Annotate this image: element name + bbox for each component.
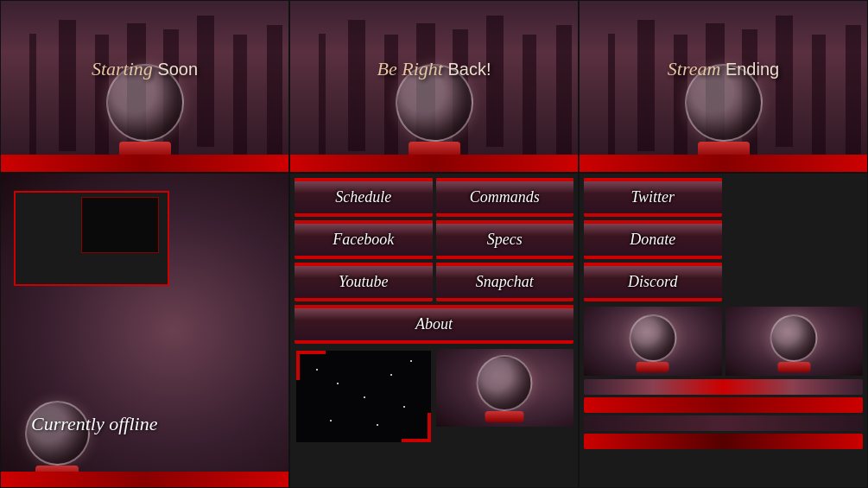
stream-ending-text: Stream Ending	[668, 58, 779, 80]
globe-base	[485, 411, 524, 422]
decorative-bar-2	[584, 397, 863, 413]
nav-buttons-panel: Schedule Commands Facebook Specs Youtube	[289, 173, 579, 488]
youtube-label: Youtube	[295, 263, 433, 301]
stream-ending-screen: Stream Ending	[579, 0, 868, 173]
mini-globe-2	[770, 314, 818, 372]
specs-button[interactable]: Specs	[436, 220, 574, 259]
scene-panel	[436, 349, 574, 427]
chat-overlay-dark	[295, 349, 433, 444]
main-layout: Starting Soon Be Right Back! Stream Endi…	[0, 0, 868, 488]
bottom-red-bar	[1, 472, 288, 487]
starting-normal: Soon	[153, 60, 198, 79]
scene-globe	[477, 355, 533, 422]
social-buttons-panel: Twitter Donate Discord	[579, 173, 868, 488]
small-globe-panel-2	[725, 307, 864, 376]
snapchat-label: Snapchat	[436, 263, 574, 301]
facebook-button[interactable]: Facebook	[295, 220, 433, 259]
commands-label: Commands	[436, 178, 574, 217]
about-button[interactable]: About	[295, 305, 573, 344]
corner-decoration	[296, 351, 431, 442]
starting-soon-screen: Starting Soon	[0, 0, 289, 173]
donate-button[interactable]: Donate	[584, 220, 722, 259]
specs-label: Specs	[436, 220, 574, 259]
starting-cursive: Starting	[92, 58, 153, 79]
commands-button[interactable]: Commands	[436, 178, 574, 217]
be-right-back-text: Be Right Back!	[377, 58, 491, 80]
mini-globe-1	[629, 314, 676, 372]
offline-text: Currently offline	[31, 413, 157, 435]
webcam-inner	[81, 197, 159, 253]
globe-base	[637, 362, 669, 372]
discord-button[interactable]: Discord	[584, 263, 722, 301]
red-accent-bar	[1, 155, 288, 172]
ending-cursive: Stream	[668, 58, 721, 79]
small-globe-panel-1	[584, 307, 722, 376]
red-accent-bar	[290, 155, 578, 172]
youtube-button[interactable]: Youtube	[295, 263, 433, 301]
ending-normal: Ending	[720, 60, 779, 79]
globe-ball	[477, 355, 533, 411]
donate-label: Donate	[584, 220, 722, 259]
schedule-label: Schedule	[295, 178, 433, 217]
brb-normal: Back!	[443, 60, 491, 79]
layout-overlay-panel: Currently offline	[0, 173, 289, 488]
starting-soon-text: Starting Soon	[92, 58, 198, 80]
red-accent-bar	[580, 155, 867, 172]
decorative-bar-4	[584, 434, 863, 449]
be-right-back-screen: Be Right Back!	[289, 0, 579, 173]
facebook-label: Facebook	[295, 220, 433, 259]
globe-ball	[770, 314, 818, 362]
twitter-label: Twitter	[584, 178, 722, 217]
schedule-button[interactable]: Schedule	[295, 178, 433, 217]
globe-ball	[629, 314, 676, 362]
decorative-bar-1	[584, 379, 863, 395]
twitter-button[interactable]: Twitter	[584, 178, 722, 217]
decorative-bar-3	[584, 415, 863, 431]
red-bars-stack	[584, 379, 863, 449]
about-label: About	[295, 305, 573, 344]
brb-cursive: Be Right	[377, 58, 443, 79]
discord-label: Discord	[584, 263, 722, 301]
snapchat-button[interactable]: Snapchat	[436, 263, 574, 301]
globes-row	[584, 307, 863, 376]
webcam-box	[14, 191, 169, 286]
globe-base	[777, 362, 810, 372]
